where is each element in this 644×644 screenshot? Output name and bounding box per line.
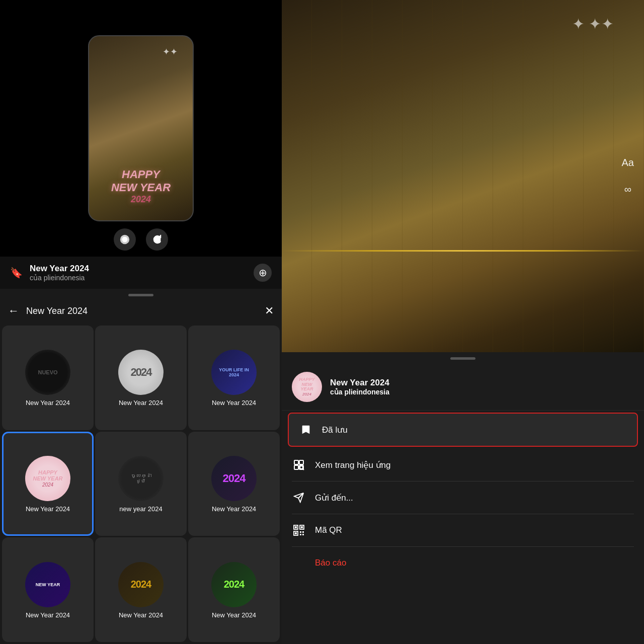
effect-thumb-6: 2024 bbox=[211, 456, 257, 501]
effect-thumb-9: 2024 bbox=[211, 562, 257, 607]
back-button[interactable]: ← bbox=[8, 304, 19, 317]
menu-item-view-effect[interactable]: Xem trang hiệu ứng bbox=[282, 449, 644, 481]
add-effect-button[interactable]: ⊕ bbox=[254, 264, 272, 282]
preview-controls bbox=[114, 228, 168, 251]
effect-label-9: New Year 2024 bbox=[212, 611, 256, 619]
effect-label-8: New Year 2024 bbox=[119, 611, 163, 619]
svg-rect-17 bbox=[302, 534, 304, 535]
menu-item-saved[interactable]: Đã lưu bbox=[288, 413, 638, 447]
effect-thumb-3: YOUR LIFE IN2024 bbox=[211, 350, 257, 395]
effect-item-9[interactable]: 2024 New Year 2024 bbox=[188, 537, 280, 642]
effect-item-7[interactable]: NEW YEAR New Year 2024 bbox=[2, 537, 94, 642]
svg-rect-14 bbox=[300, 531, 301, 533]
effect-thumb-1: NUEVO bbox=[25, 350, 70, 395]
menu-item-send-to[interactable]: Gửi đến... bbox=[282, 481, 644, 514]
handle-bar-right bbox=[450, 357, 475, 360]
effect-item-4[interactable]: HAPPYNEW YEAR 2024 New Year 2024 bbox=[2, 432, 94, 536]
effects-grid: NUEVO New Year 2024 2024 New Year 2024 Y… bbox=[0, 324, 282, 644]
effect-thumb-7: NEW YEAR bbox=[25, 562, 70, 607]
rotate-button[interactable] bbox=[146, 228, 168, 251]
menu-label-send: Gửi đến... bbox=[315, 493, 353, 503]
filter-info-bar: 🔖 New Year 2024 của plieindonesia ⊕ bbox=[0, 257, 282, 289]
effect-thumb-2: 2024 bbox=[118, 350, 164, 395]
effect-card-author: của plieindonesia bbox=[330, 388, 634, 396]
report-icon bbox=[292, 556, 306, 570]
effect-item-5[interactable]: ចូលឆ្នាំថ្មី new year 2024 bbox=[95, 432, 187, 536]
preview-area: ✦✦ HAPPY NEW YEAR 2024 bbox=[0, 0, 282, 257]
close-button[interactable]: ✕ bbox=[265, 304, 274, 317]
svg-point-1 bbox=[122, 237, 128, 243]
svg-rect-11 bbox=[301, 526, 303, 528]
effect-item-2[interactable]: 2024 New Year 2024 bbox=[95, 326, 187, 430]
effect-item-8[interactable]: 2024 New Year 2024 bbox=[95, 537, 187, 642]
effect-label-6: New Year 2024 bbox=[212, 505, 256, 513]
menu-label-report: Báo cáo bbox=[315, 558, 346, 568]
vertical-lines bbox=[282, 0, 644, 352]
effect-label-7: New Year 2024 bbox=[26, 611, 70, 619]
right-panel: ✦ ✦✦ Aa ∞ HAPPYNEW YEAR 2024 New Year 20… bbox=[282, 0, 644, 644]
bottom-sheet: HAPPYNEW YEAR 2024 New Year 2024 của pli… bbox=[282, 352, 644, 644]
svg-rect-4 bbox=[294, 465, 298, 469]
filter-name: New Year 2024 bbox=[30, 264, 89, 274]
svg-rect-2 bbox=[294, 460, 298, 464]
record-button[interactable] bbox=[114, 228, 136, 251]
svg-rect-9 bbox=[295, 526, 297, 528]
menu-item-report[interactable]: Báo cáo bbox=[282, 547, 644, 579]
effect-label-4: New Year 2024 bbox=[26, 505, 70, 513]
filter-author: của plieindonesia bbox=[30, 274, 89, 282]
svg-rect-15 bbox=[302, 531, 304, 533]
qr-icon bbox=[292, 523, 306, 537]
menu-label-saved: Đã lưu bbox=[322, 425, 348, 435]
effect-card-thumb: HAPPYNEW YEAR 2024 bbox=[292, 372, 322, 402]
menu-item-qr[interactable]: Mã QR bbox=[282, 514, 644, 546]
effect-label-3: New Year 2024 bbox=[212, 399, 256, 407]
svg-rect-16 bbox=[300, 534, 301, 535]
bookmark-icon: 🔖 bbox=[10, 267, 23, 279]
sparkles-overlay: ✦ ✦✦ bbox=[572, 15, 614, 33]
sparkle-icon: ✦✦ bbox=[163, 46, 178, 57]
effect-card-name: New Year 2024 bbox=[330, 378, 634, 388]
effect-label-2: New Year 2024 bbox=[119, 399, 163, 407]
menu-label-view: Xem trang hiệu ứng bbox=[315, 460, 390, 470]
camera-controls: Aa ∞ bbox=[622, 157, 634, 195]
bookmark-saved-icon bbox=[299, 423, 313, 437]
menu-label-qr: Mã QR bbox=[315, 525, 342, 535]
search-header: ← New Year 2024 ✕ bbox=[0, 299, 282, 324]
svg-point-6 bbox=[300, 466, 303, 469]
camera-preview: ✦ ✦✦ Aa ∞ bbox=[282, 0, 644, 352]
effect-card-info: New Year 2024 của plieindonesia bbox=[330, 378, 634, 396]
send-icon bbox=[292, 491, 306, 505]
handle-bar bbox=[128, 294, 153, 296]
bottom-sheet-handle bbox=[282, 352, 644, 364]
phone-preview: ✦✦ HAPPY NEW YEAR 2024 bbox=[88, 35, 194, 221]
effect-thumb-8: 2024 bbox=[118, 562, 164, 607]
effect-card: HAPPYNEW YEAR 2024 New Year 2024 của pli… bbox=[282, 364, 644, 411]
effect-item-3[interactable]: YOUR LIFE IN2024 New Year 2024 bbox=[188, 326, 280, 430]
camera-text-label: Aa bbox=[622, 157, 634, 169]
search-title: New Year 2024 bbox=[26, 306, 258, 316]
view-effect-icon bbox=[292, 458, 306, 472]
effect-label-5: new year 2024 bbox=[119, 505, 162, 513]
effect-item-6[interactable]: 2024 New Year 2024 bbox=[188, 432, 280, 536]
sheet-handle bbox=[0, 289, 282, 299]
svg-rect-13 bbox=[295, 532, 297, 534]
preview-happy-text: HAPPY NEW YEAR 2024 bbox=[111, 168, 171, 205]
left-panel: ✦✦ HAPPY NEW YEAR 2024 🔖 bbox=[0, 0, 282, 644]
effect-label-1: New Year 2024 bbox=[26, 399, 70, 407]
svg-rect-3 bbox=[299, 460, 303, 464]
camera-infinity-label: ∞ bbox=[624, 184, 631, 195]
effect-item-1[interactable]: NUEVO New Year 2024 bbox=[2, 326, 94, 430]
effect-thumb-4: HAPPYNEW YEAR 2024 bbox=[25, 456, 70, 501]
effect-thumb-5: ចូលឆ្នាំថ្មី bbox=[118, 456, 164, 501]
gold-strip bbox=[282, 250, 644, 252]
